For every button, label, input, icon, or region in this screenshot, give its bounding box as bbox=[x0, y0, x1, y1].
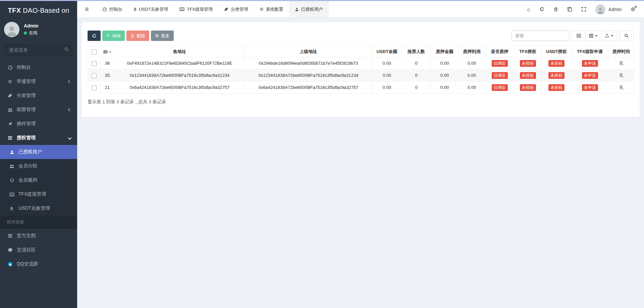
topbar: ≡ 控制台 ฿ USDT兑换管理 TFX提现管理 分类管理 ⚙ 系统配置 bbox=[77, 1, 644, 18]
app-root: TFX DAO-Based on Admin 在线 bbox=[0, 0, 644, 308]
tab-dashboard[interactable]: 控制台 bbox=[97, 1, 128, 17]
home-icon[interactable]: ⌂ bbox=[527, 6, 530, 12]
trash-icon[interactable] bbox=[553, 7, 558, 12]
cell-pledge-profit: 0.00 bbox=[459, 69, 485, 82]
cell-usdt-balance: 0.00 bbox=[372, 82, 402, 94]
cell-usdt-balance: 0.00 bbox=[372, 57, 402, 69]
cell-pledge-amount: 0.00 bbox=[431, 57, 459, 69]
sidebar-menu: 控制台 ⚙ 常规管理 分类管理 权限管理 插件管理 授权 bbox=[0, 60, 77, 271]
circle-icon bbox=[8, 178, 15, 183]
user-name: Admin bbox=[24, 23, 39, 29]
search-submit-button[interactable] bbox=[620, 31, 634, 41]
column-header-pledge-profit[interactable]: 质押利润 bbox=[459, 46, 485, 57]
export-icon bbox=[605, 34, 609, 38]
comment-icon bbox=[7, 248, 13, 253]
sidebar-link-docs[interactable]: 官方文档 bbox=[0, 229, 77, 243]
hamburger-icon[interactable]: ≡ bbox=[77, 1, 97, 17]
cell-pledge-profit: 0.00 bbox=[459, 82, 485, 94]
sidebar-item-general[interactable]: ⚙ 常规管理 bbox=[0, 74, 77, 89]
tab-tfx-withdraw[interactable]: TFX提现管理 bbox=[174, 1, 218, 17]
detail-view-button[interactable] bbox=[572, 31, 586, 41]
table-row: 21 0x6a4241838A72be6500BFa7516c3f5dfac9a… bbox=[88, 82, 634, 94]
sidebar-item-label: QQ交流群 bbox=[17, 261, 71, 267]
person-icon bbox=[5, 24, 18, 37]
pledge-status-badge[interactable]: 仅绑定 bbox=[492, 84, 508, 91]
sidebar-item-authorized-users[interactable]: 已授权用户 bbox=[0, 145, 77, 159]
sidebar-link-qq[interactable]: QQ交流群 bbox=[0, 257, 77, 271]
refresh-icon[interactable] bbox=[539, 7, 544, 12]
sidebar-item-label: 权限管理 bbox=[17, 107, 68, 113]
tfx-auth-badge[interactable]: 未授权 bbox=[520, 84, 536, 91]
tfx-auth-badge[interactable]: 未授权 bbox=[520, 72, 536, 79]
sidebar-link-community[interactable]: 交流社区 bbox=[0, 243, 77, 257]
gear-icon: ⚙ bbox=[634, 5, 637, 9]
usdt-auth-badge[interactable]: 未授权 bbox=[548, 72, 565, 79]
cell-pledge-time: 无 bbox=[608, 57, 634, 69]
row-checkbox[interactable] bbox=[92, 61, 97, 66]
sidebar-item-addon[interactable]: 插件管理 bbox=[0, 117, 77, 131]
settings-gears-icon[interactable]: ⚙⚙ bbox=[631, 6, 635, 12]
refresh-button[interactable] bbox=[88, 31, 101, 41]
sidebar-item-authorization[interactable]: 授权管理 bbox=[0, 131, 77, 145]
more-button[interactable]: ⚙ 更多 bbox=[151, 31, 174, 41]
column-header-fish-address[interactable]: 鱼地址 bbox=[115, 46, 245, 57]
topbar-user-menu[interactable]: Admin bbox=[595, 4, 622, 14]
user-meta: Admin 在线 bbox=[24, 23, 39, 36]
column-header-pledge-amount[interactable]: 质押金额 bbox=[431, 46, 459, 57]
caret-down-icon bbox=[611, 35, 613, 37]
edit-button-label: 编辑 bbox=[112, 33, 121, 39]
column-header-tfx-auth[interactable]: TFX授权 bbox=[514, 46, 542, 57]
tab-label: 系统配置 bbox=[266, 6, 283, 12]
row-checkbox[interactable] bbox=[92, 73, 97, 78]
cell-usdt-balance: 0.00 bbox=[372, 69, 402, 82]
row-checkbox[interactable] bbox=[92, 85, 97, 90]
sidebar-item-tfx-withdraw[interactable]: TFX提现管理 bbox=[0, 187, 77, 201]
brand: TFX DAO-Based on bbox=[0, 1, 77, 20]
tfx-auth-badge[interactable]: 未授权 bbox=[520, 60, 536, 67]
clear-cache-icon[interactable] bbox=[567, 7, 572, 12]
tab-authorized-users[interactable]: 已授权用户 bbox=[289, 1, 329, 17]
tfx-withdraw-badge[interactable]: 未申请 bbox=[582, 72, 598, 79]
pledge-status-badge[interactable]: 仅绑定 bbox=[492, 72, 508, 79]
select-all-checkbox[interactable] bbox=[92, 49, 97, 54]
export-button[interactable] bbox=[601, 31, 617, 41]
column-header-id[interactable]: ID bbox=[100, 46, 115, 57]
column-header-referrals[interactable]: 推荐人数 bbox=[402, 46, 431, 57]
doc-list-icon bbox=[7, 234, 13, 238]
id-card-icon bbox=[179, 7, 184, 12]
edit-button[interactable]: ✎ 编辑 bbox=[102, 31, 125, 41]
tab-category[interactable]: 分类管理 bbox=[218, 1, 254, 17]
sidebar-search-input[interactable] bbox=[5, 44, 72, 56]
column-header-parent-address[interactable]: 上级地址 bbox=[245, 46, 372, 57]
main-content: ✎ 编辑 删除 ⚙ 更多 bbox=[77, 18, 644, 308]
tab-usdt-exchange[interactable]: ฿ USDT兑换管理 bbox=[128, 1, 174, 17]
trash-icon bbox=[130, 34, 135, 38]
column-header-pledge-time[interactable]: 质押时间 bbox=[608, 46, 634, 57]
sidebar-item-category[interactable]: 分类管理 bbox=[0, 89, 77, 103]
refresh-icon bbox=[92, 34, 97, 38]
column-header-usdt-balance[interactable]: USDT余额 bbox=[372, 46, 402, 57]
tfx-withdraw-badge[interactable]: 未申请 bbox=[582, 84, 598, 91]
usdt-auth-badge[interactable]: 未授权 bbox=[548, 84, 565, 91]
cell-pledge-time: 无 bbox=[608, 69, 634, 82]
sidebar-item-dashboard[interactable]: 控制台 bbox=[0, 60, 77, 74]
cell-referrals: 0 bbox=[402, 69, 431, 82]
columns-button[interactable] bbox=[585, 31, 601, 41]
caret-down-icon bbox=[595, 35, 598, 37]
column-header-tfx-withdraw[interactable]: TFX提取申请 bbox=[572, 46, 608, 57]
usdt-auth-badge[interactable]: 未授权 bbox=[548, 60, 565, 67]
online-dot-icon bbox=[24, 32, 27, 35]
sidebar-item-usdt-exchange[interactable]: ฿ USDT兑换管理 bbox=[0, 201, 77, 215]
tfx-withdraw-badge[interactable]: 未申请 bbox=[582, 60, 598, 67]
fullscreen-icon[interactable] bbox=[581, 7, 586, 12]
delete-button[interactable]: 删除 bbox=[126, 31, 149, 41]
column-header-pledge-status[interactable]: 是否质押 bbox=[485, 46, 514, 57]
tab-label: TFX提现管理 bbox=[187, 6, 213, 12]
table-search-input[interactable] bbox=[512, 31, 569, 41]
sidebar-item-member-groups[interactable]: 会员分组 bbox=[0, 159, 77, 173]
pledge-status-badge[interactable]: 仅绑定 bbox=[492, 60, 508, 67]
tab-system-config[interactable]: ⚙ 系统配置 bbox=[254, 1, 289, 17]
sidebar-item-auth[interactable]: 权限管理 bbox=[0, 103, 77, 117]
column-header-usdt-auth[interactable]: USDT授权 bbox=[542, 46, 572, 57]
sidebar-item-member-rules[interactable]: 会员规则 bbox=[0, 173, 77, 187]
